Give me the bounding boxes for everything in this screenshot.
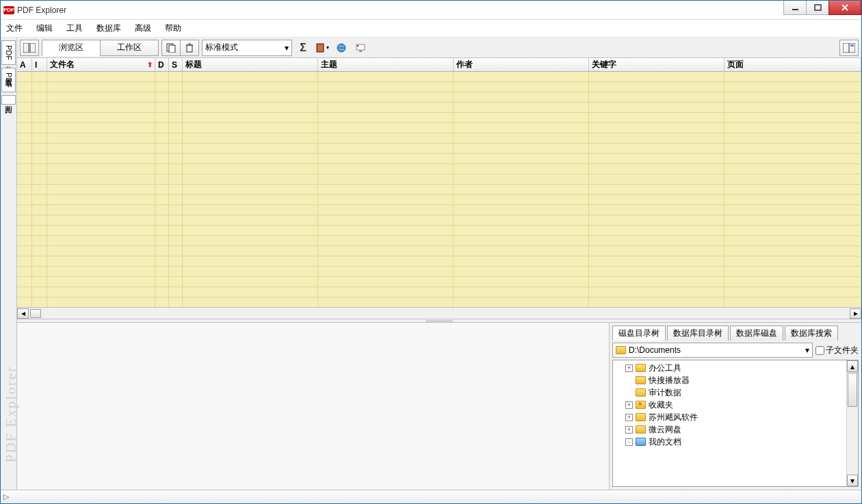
mode-select[interactable]: 标准模式 ▾: [202, 40, 292, 56]
menu-advanced[interactable]: 高级: [135, 23, 151, 34]
table-row[interactable]: [17, 205, 861, 215]
delete-button[interactable]: [180, 40, 199, 56]
svg-rect-3: [30, 43, 36, 53]
table-row[interactable]: [17, 144, 861, 154]
close-button[interactable]: [828, 1, 861, 15]
side-tab-pdf-info[interactable]: PDF信息: [1, 40, 16, 65]
table-row[interactable]: [17, 72, 861, 82]
path-combo[interactable]: D:\Documents ▾: [612, 343, 813, 358]
folder-icon: [636, 438, 646, 446]
book-icon[interactable]: ▾: [314, 40, 330, 56]
tab-disk-tree[interactable]: 磁盘目录树: [612, 326, 666, 341]
side-tab-strip: PDF信息 查看PDF 图片: [1, 38, 17, 490]
table-row[interactable]: [17, 92, 861, 103]
tree-node[interactable]: +微云网盘: [613, 423, 858, 436]
subfolders-checkbox[interactable]: 子文件夹: [815, 345, 859, 356]
menu-file[interactable]: 文件: [6, 23, 23, 34]
tree-node[interactable]: +苏州飓风软件: [613, 411, 858, 423]
minimize-button[interactable]: [783, 1, 807, 15]
menu-tool[interactable]: 工具: [66, 23, 83, 34]
table-row[interactable]: [17, 246, 861, 256]
table-row[interactable]: [17, 215, 861, 226]
table-row[interactable]: [17, 256, 861, 267]
grid-rows[interactable]: [17, 72, 861, 307]
sort-indicator-icon: ⬆: [147, 61, 153, 68]
table-row[interactable]: [17, 113, 861, 123]
table-row[interactable]: [17, 195, 861, 205]
copy-button[interactable]: [161, 40, 181, 56]
table-row[interactable]: [17, 226, 861, 236]
panel-layout-button[interactable]: [839, 40, 859, 56]
table-row[interactable]: [17, 185, 861, 195]
expand-icon[interactable]: +: [625, 364, 633, 372]
scroll-down-icon[interactable]: ▾: [847, 475, 858, 486]
col-filename[interactable]: 文件名⬆: [47, 58, 155, 71]
tab-work[interactable]: 工作区: [100, 40, 159, 56]
tree-node[interactable]: 审计数据: [613, 386, 858, 399]
layout-toggle-button[interactable]: [20, 40, 39, 56]
col-i[interactable]: I: [32, 58, 47, 71]
screen-icon[interactable]: [352, 40, 369, 56]
tree-node[interactable]: +办公工具: [613, 362, 858, 374]
table-row[interactable]: [17, 133, 861, 144]
tree-vscrollbar[interactable]: ▴ ▾: [846, 360, 858, 486]
expand-icon[interactable]: +: [625, 426, 633, 434]
tree-node-label: 苏州飓风软件: [649, 412, 698, 423]
scroll-right-icon[interactable]: ▸: [850, 308, 861, 319]
subfolders-input[interactable]: [815, 346, 824, 355]
col-author[interactable]: 作者: [454, 58, 589, 71]
tab-db-tree[interactable]: 数据库目录树: [667, 326, 729, 341]
side-tab-view-pdf[interactable]: 查看PDF: [1, 68, 16, 92]
horizontal-splitter[interactable]: [17, 319, 861, 323]
expand-icon[interactable]: +: [625, 414, 633, 421]
tab-browse[interactable]: 浏览区: [42, 40, 101, 56]
table-row[interactable]: [17, 123, 861, 133]
col-subject[interactable]: 主题: [318, 58, 454, 71]
folder-tree[interactable]: ▴ ▾ +办公工具快搜播放器审计数据+收藏夹+苏州飓风软件+微云网盘-我的文档: [612, 360, 859, 487]
tree-node-label: 办公工具: [649, 362, 681, 374]
table-row[interactable]: [17, 277, 861, 287]
table-row[interactable]: [17, 154, 861, 164]
tab-db-disk[interactable]: 数据库磁盘: [730, 326, 783, 341]
sigma-icon[interactable]: Σ: [295, 40, 311, 56]
tree-node[interactable]: 快搜播放器: [613, 374, 858, 386]
col-d[interactable]: D: [155, 58, 169, 71]
table-row[interactable]: [17, 103, 861, 113]
collapse-icon[interactable]: -: [625, 438, 633, 446]
tree-node-label: 快搜播放器: [649, 375, 690, 386]
window-controls: [784, 1, 861, 15]
expand-icon[interactable]: +: [625, 401, 633, 409]
col-a[interactable]: A: [17, 58, 32, 71]
table-row[interactable]: [17, 267, 861, 277]
scroll-thumb[interactable]: [30, 309, 41, 318]
scroll-left-icon[interactable]: ◂: [17, 308, 29, 319]
file-grid: A I 文件名⬆ D S 标题 主题 作者 关键字 页面 ◂ ▸: [17, 58, 861, 319]
table-row[interactable]: [17, 174, 861, 185]
grid-hscrollbar[interactable]: ◂ ▸: [17, 307, 861, 319]
globe-icon[interactable]: [333, 40, 350, 56]
table-row[interactable]: [17, 297, 861, 307]
col-s[interactable]: S: [169, 58, 183, 71]
tree-node-label: 审计数据: [649, 387, 681, 399]
svg-point-11: [337, 44, 345, 52]
table-row[interactable]: [17, 287, 861, 297]
scroll-up-icon[interactable]: ▴: [847, 360, 858, 372]
table-row[interactable]: [17, 164, 861, 174]
maximize-button[interactable]: [806, 1, 829, 15]
col-pages[interactable]: 页面: [724, 58, 861, 71]
play-icon[interactable]: ▷: [3, 492, 9, 501]
col-title[interactable]: 标题: [183, 58, 318, 71]
col-keywords[interactable]: 关键字: [589, 58, 724, 71]
right-panel: 磁盘目录树 数据库目录树 数据库磁盘 数据库搜索 D:\Documents ▾ …: [610, 323, 861, 490]
table-row[interactable]: [17, 236, 861, 246]
menu-db[interactable]: 数据库: [96, 23, 121, 34]
scroll-thumb[interactable]: [848, 373, 857, 407]
side-tab-images[interactable]: 图片: [1, 95, 16, 105]
tab-db-search[interactable]: 数据库搜索: [785, 326, 838, 341]
menu-edit[interactable]: 编辑: [36, 23, 53, 34]
table-row[interactable]: [17, 82, 861, 92]
menu-help[interactable]: 帮助: [165, 23, 181, 34]
app-icon: PDF: [3, 6, 14, 14]
tree-node[interactable]: +收藏夹: [613, 399, 858, 411]
tree-node[interactable]: -我的文档: [613, 436, 858, 448]
